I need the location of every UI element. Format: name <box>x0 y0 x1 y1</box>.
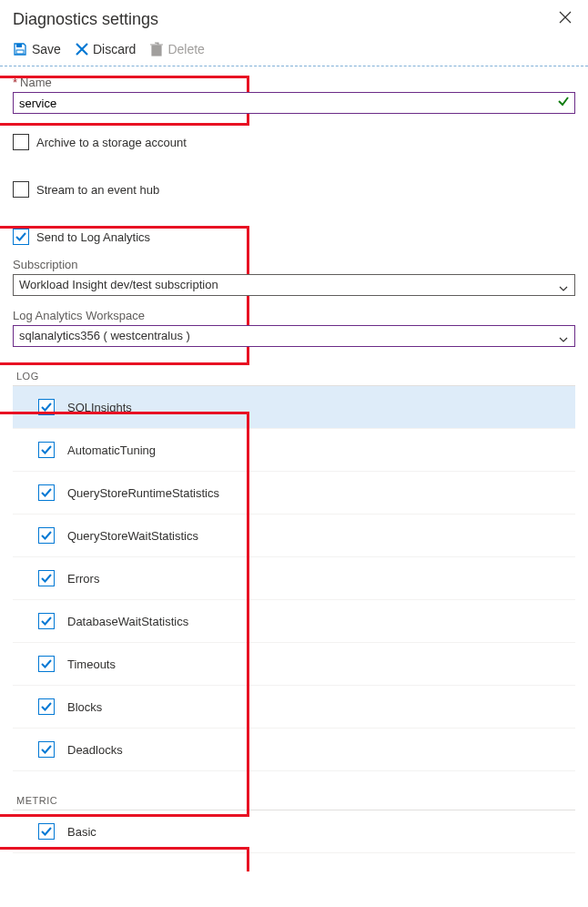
subscription-label: Subscription <box>13 258 575 271</box>
list-item: Blocks <box>13 686 575 729</box>
archive-checkbox[interactable] <box>13 134 29 150</box>
send-log-analytics-checkbox[interactable] <box>13 229 29 245</box>
list-item: Deadlocks <box>13 729 575 771</box>
list-item: Basic <box>13 810 575 853</box>
list-item-label: Blocks <box>67 700 102 714</box>
name-input[interactable] <box>13 92 575 114</box>
checkbox[interactable] <box>38 442 55 458</box>
discard-label: Discard <box>93 42 136 56</box>
discard-button[interactable]: Discard <box>76 42 136 56</box>
save-icon <box>13 42 27 56</box>
list-item-label: QueryStoreWaitStatistics <box>67 529 198 543</box>
required-star: * <box>13 76 17 89</box>
save-button[interactable]: Save <box>13 42 61 56</box>
list-item-label: Timeouts <box>67 657 116 671</box>
list-item-label: Basic <box>67 825 96 839</box>
list-item: AutomaticTuning <box>13 429 575 472</box>
checkbox[interactable] <box>38 570 55 586</box>
list-item: Errors <box>13 557 575 600</box>
checkbox[interactable] <box>38 527 55 544</box>
delete-label: Delete <box>167 42 204 56</box>
name-label: *Name <box>13 76 575 89</box>
checkbox[interactable] <box>38 656 55 672</box>
toolbar: Save Discard Delete <box>0 36 588 66</box>
list-item: QueryStoreRuntimeStatistics <box>13 472 575 515</box>
save-label: Save <box>32 42 61 56</box>
list-item-label: SQLInsights <box>67 401 132 414</box>
delete-icon <box>150 42 163 56</box>
list-item-label: Errors <box>67 572 99 586</box>
checkbox[interactable] <box>38 823 55 840</box>
discard-icon <box>76 43 88 56</box>
stream-checkbox[interactable] <box>13 181 29 198</box>
workspace-label: Log Analytics Workspace <box>13 309 575 322</box>
list-item-label: QueryStoreRuntimeStatistics <box>67 486 219 500</box>
list-item: Timeouts <box>13 643 575 686</box>
checkbox[interactable] <box>38 741 55 758</box>
checkbox[interactable] <box>38 698 55 715</box>
archive-label: Archive to a storage account <box>36 136 187 149</box>
metric-group-header: METRIC <box>13 795 575 810</box>
list-item: QueryStoreWaitStatistics <box>13 515 575 557</box>
send-log-analytics-label: Send to Log Analytics <box>36 230 150 244</box>
svg-rect-1 <box>16 50 24 54</box>
checkbox[interactable] <box>38 613 55 629</box>
page-title: Diagnostics settings <box>13 10 158 29</box>
list-item-label: Deadlocks <box>67 743 123 757</box>
close-button[interactable] <box>555 7 575 31</box>
list-item: DatabaseWaitStatistics <box>13 600 575 643</box>
list-item-label: DatabaseWaitStatistics <box>67 615 188 628</box>
delete-button: Delete <box>150 42 204 56</box>
svg-rect-0 <box>16 44 22 47</box>
log-group-header: LOG <box>13 371 575 386</box>
valid-check-icon <box>557 95 570 110</box>
stream-label: Stream to an event hub <box>36 183 159 197</box>
checkbox[interactable] <box>38 399 55 415</box>
list-item-label: AutomaticTuning <box>67 443 156 457</box>
checkbox[interactable] <box>38 484 55 501</box>
list-item: SQLInsights <box>13 386 575 429</box>
workspace-select[interactable]: sqlanalytics356 ( westcentralus ) <box>13 325 575 347</box>
subscription-select[interactable]: Workload Insight dev/test subscription <box>13 274 575 296</box>
close-icon <box>559 11 572 24</box>
